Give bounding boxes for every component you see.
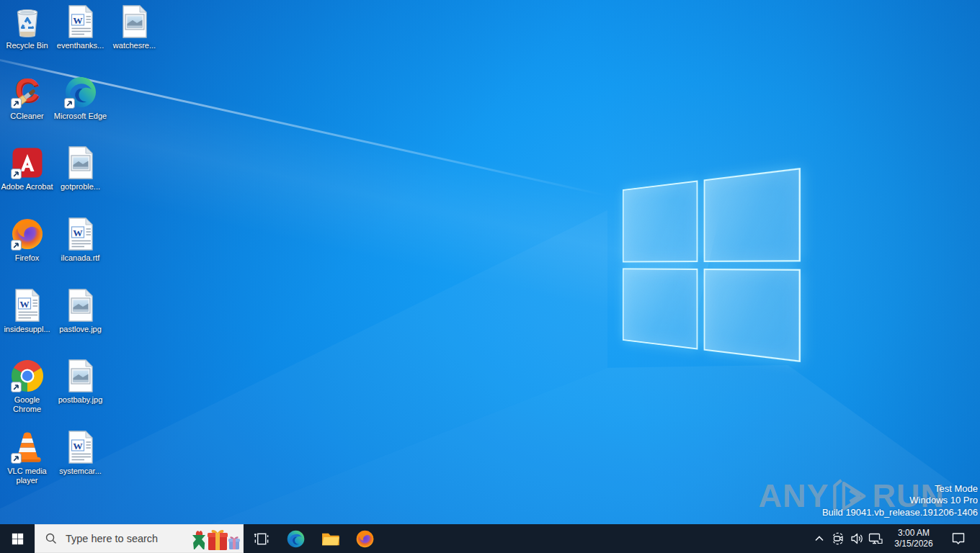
desktop-wallpaper xyxy=(0,0,980,553)
windows-logo-pane xyxy=(703,168,801,261)
desktop-icon-label: VLC media player xyxy=(0,467,54,485)
shortcut-arrow-icon xyxy=(11,240,22,251)
desktop-icon-label: CCleaner xyxy=(0,112,54,121)
desktop-icon-firefox[interactable]: Firefox xyxy=(0,217,54,263)
taskbar-firefox-button[interactable] xyxy=(347,524,382,553)
desktop-icon-recycle-bin[interactable]: Recycle Bin xyxy=(0,4,54,50)
clock-time: 3:00 AM xyxy=(888,528,940,539)
recycle-bin-icon xyxy=(10,4,45,39)
windows-logo-pane xyxy=(703,269,801,362)
desktop-icon-vlc[interactable]: VLC media player xyxy=(0,430,54,485)
search-icon xyxy=(45,532,58,545)
desktop-icon-label: insidesuppl... xyxy=(0,325,54,334)
task-view-button[interactable] xyxy=(244,524,278,553)
windows-start-icon xyxy=(12,533,24,545)
desktop-icon-label: Microsoft Edge xyxy=(53,112,107,121)
anyrun-watermark-left-text: ANY xyxy=(758,479,829,513)
shortcut-arrow-icon xyxy=(11,168,22,179)
clock-date: 3/15/2026 xyxy=(888,539,940,549)
desktop-icon-label: Google Chrome xyxy=(0,395,54,414)
file-explorer-icon xyxy=(321,529,340,549)
test-mode-line: Test Mode xyxy=(822,483,978,495)
chevron-up-icon xyxy=(814,535,824,542)
desktop-icon-label: Adobe Acrobat xyxy=(0,182,54,192)
show-hidden-icons-button[interactable] xyxy=(810,524,829,553)
test-mode-build-info: Test Mode Windows 10 Pro Build 19041.vb_… xyxy=(822,483,978,518)
holiday-gifts-icon[interactable] xyxy=(190,526,241,551)
edge-icon xyxy=(286,529,306,549)
system-tray: 3:00 AM 3/15/2026 xyxy=(810,524,980,553)
taskbar-file-explorer-button[interactable] xyxy=(313,524,347,553)
network-ethernet-icon xyxy=(868,531,883,546)
meet-now-button[interactable] xyxy=(829,524,847,553)
word-document-icon xyxy=(63,217,98,251)
action-center-button[interactable] xyxy=(943,524,974,553)
desktop-icon-label: systemcar... xyxy=(53,467,107,476)
desktop-icon-label: pastlove.jpg xyxy=(53,325,107,334)
taskbar-search-box[interactable]: Type here to search xyxy=(35,524,244,553)
action-center-icon xyxy=(950,531,966,546)
windows-desktop-screen: Recycle Bin eventhanks... watchesre... C… xyxy=(0,0,980,553)
image-file-icon xyxy=(63,288,98,323)
start-button[interactable] xyxy=(0,524,35,553)
desktop-icon-label: Firefox xyxy=(0,253,54,263)
desktop-icon-watchesre[interactable]: watchesre... xyxy=(107,4,161,50)
desktop-icon-label: postbaby.jpg xyxy=(53,395,107,405)
search-placeholder: Type here to search xyxy=(66,533,158,544)
image-file-icon xyxy=(63,359,98,393)
word-document-icon xyxy=(63,4,98,39)
task-view-icon xyxy=(253,531,270,547)
taskbar: Type here to search xyxy=(0,524,980,553)
desktop-icon-ilcanada[interactable]: ilcanada.rtf xyxy=(53,217,107,263)
shortcut-arrow-icon xyxy=(64,98,75,109)
word-document-icon xyxy=(10,288,45,323)
build-number-line: Build 19041.vb_release.191206-1406 xyxy=(822,507,978,518)
windows-logo-pane xyxy=(623,181,698,263)
desktop-icon-label: Recycle Bin xyxy=(0,41,54,50)
shortcut-arrow-icon xyxy=(11,453,22,464)
volume-button[interactable] xyxy=(847,524,866,553)
windows-logo-pane xyxy=(623,268,698,350)
taskbar-clock[interactable]: 3:00 AM 3/15/2026 xyxy=(885,528,943,549)
image-file-icon xyxy=(117,4,152,39)
desktop-icon-postbaby[interactable]: postbaby.jpg xyxy=(53,359,107,405)
taskbar-edge-button[interactable] xyxy=(278,524,313,553)
desktop-icon-ccleaner[interactable]: CCleaner xyxy=(0,75,54,121)
firefox-icon xyxy=(355,529,375,549)
meet-now-camera-icon xyxy=(831,531,845,546)
desktop-icon-adobe-acrobat[interactable]: Adobe Acrobat xyxy=(0,145,54,192)
desktop-icon-label: watchesre... xyxy=(107,41,161,50)
volume-icon xyxy=(850,531,864,546)
desktop-icon-label: ilcanada.rtf xyxy=(53,253,107,263)
windows-logo xyxy=(623,168,801,362)
shortcut-arrow-icon xyxy=(11,382,22,392)
network-button[interactable] xyxy=(866,524,885,553)
word-document-icon xyxy=(63,430,98,464)
desktop-icon-gotproble[interactable]: gotproble... xyxy=(53,145,107,192)
desktop-icon-eventhanks[interactable]: eventhanks... xyxy=(53,4,107,50)
desktop-icon-pastlove[interactable]: pastlove.jpg xyxy=(53,288,107,334)
desktop-icon-systemcar[interactable]: systemcar... xyxy=(53,430,107,476)
desktop-icon-insidesuppl[interactable]: insidesuppl... xyxy=(0,288,54,334)
desktop-icon-microsoft-edge[interactable]: Microsoft Edge xyxy=(53,75,107,121)
desktop-icon-label: gotproble... xyxy=(53,182,107,192)
windows-edition-line: Windows 10 Pro xyxy=(822,495,978,506)
desktop-icon-google-chrome[interactable]: Google Chrome xyxy=(0,359,54,414)
image-file-icon xyxy=(63,145,98,180)
desktop-icon-label: eventhanks... xyxy=(53,41,107,50)
shortcut-arrow-icon xyxy=(11,98,22,109)
